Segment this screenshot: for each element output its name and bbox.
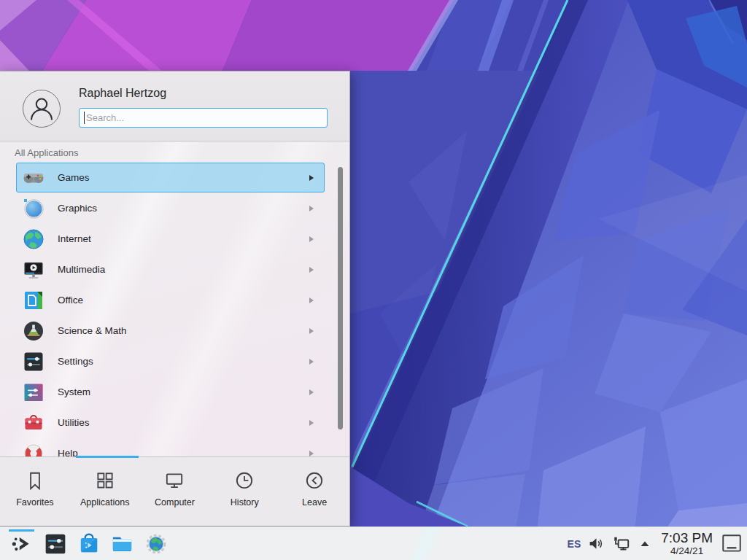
tab-favorites[interactable]: Favorites: [0, 459, 70, 527]
tab-computer[interactable]: Computer: [140, 459, 210, 527]
expand-tray-caret-icon[interactable]: [638, 537, 652, 551]
tab-history[interactable]: History: [209, 459, 279, 527]
search-input[interactable]: [79, 108, 328, 128]
history-clock-icon: [234, 470, 255, 492]
digital-clock[interactable]: 7:03 PM 4/24/21: [661, 531, 713, 556]
app-grid-icon: [95, 470, 115, 492]
bookmark-icon: [25, 470, 45, 492]
category-games[interactable]: Games: [16, 163, 325, 192]
web-browser-launcher[interactable]: [142, 529, 169, 559]
launcher-tabbar: Favorites Applications Computer Histor: [0, 459, 349, 527]
tab-leave[interactable]: Leave: [279, 459, 349, 527]
leave-icon: [304, 470, 325, 492]
computer-icon: [164, 470, 185, 492]
discover-launcher[interactable]: [75, 529, 102, 559]
chevron-right-icon: [309, 389, 314, 395]
launcher-header: Raphael Hertzog: [0, 71, 349, 141]
flask-icon: [22, 319, 45, 343]
panel-translucency-streak: [365, 527, 489, 560]
folder-icon: [110, 532, 134, 556]
media-monitor-icon: [22, 258, 45, 281]
category-help[interactable]: Help: [16, 438, 325, 456]
kde-launcher-icon: [10, 532, 34, 556]
category-science-math[interactable]: Science & Math: [16, 316, 325, 346]
chevron-right-icon: [309, 328, 314, 334]
system-settings-icon: [44, 532, 67, 556]
clock-time: 7:03 PM: [661, 531, 713, 545]
show-desktop-icon: [721, 532, 743, 556]
user-icon: [23, 90, 60, 127]
user-name: Raphael Hertzog: [79, 87, 166, 100]
system-sliders-icon: [22, 381, 45, 404]
tab-applications[interactable]: Applications: [70, 459, 140, 527]
category-settings[interactable]: Settings: [16, 346, 325, 376]
kde-launcher-button[interactable]: [8, 529, 35, 559]
system-settings-launcher[interactable]: [42, 529, 69, 559]
browser-globe-icon: [144, 532, 168, 556]
category-graphics[interactable]: Graphics: [16, 193, 325, 223]
chevron-right-icon: [309, 359, 314, 365]
category-office[interactable]: Office: [16, 285, 325, 315]
toolbox-icon: [22, 411, 45, 435]
document-icon: [22, 289, 45, 312]
keyboard-layout-indicator[interactable]: ES: [568, 538, 581, 550]
chevron-right-icon: [309, 267, 314, 273]
sliders-icon: [22, 350, 45, 373]
category-multimedia[interactable]: Multimedia: [16, 254, 325, 284]
chevron-right-icon: [309, 451, 314, 456]
search-field-wrap: [79, 108, 328, 128]
chevron-right-icon: [309, 420, 314, 426]
chevron-right-icon: [309, 206, 314, 211]
gamepad-icon: [22, 166, 45, 190]
lifebuoy-icon: [22, 442, 45, 457]
category-internet[interactable]: Internet: [16, 224, 325, 254]
category-utilities[interactable]: Utilities: [16, 408, 325, 438]
active-tab-indicator: [76, 456, 139, 458]
taskbar-panel: ES 7:03 PM 4/24/21: [0, 526, 747, 560]
chevron-right-icon: [309, 175, 314, 181]
category-list: All Applications Games: [0, 142, 349, 456]
text-caret: [84, 112, 85, 124]
user-avatar[interactable]: [23, 90, 61, 128]
clock-date: 4/24/21: [670, 546, 703, 556]
volume-icon[interactable]: [587, 534, 605, 553]
discover-icon: [77, 532, 101, 556]
scrollbar[interactable]: [338, 167, 343, 429]
network-icon[interactable]: [612, 534, 631, 553]
divider: [0, 456, 349, 457]
chevron-right-icon: [309, 298, 314, 303]
section-label: All Applications: [15, 147, 78, 158]
globe-icon: [22, 228, 45, 251]
system-tray: ES: [568, 534, 653, 553]
show-desktop-button[interactable]: [720, 532, 743, 556]
active-task-indicator: [9, 529, 34, 532]
category-system[interactable]: System: [16, 377, 325, 407]
chevron-right-icon: [309, 236, 314, 242]
application-launcher-menu: Raphael Hertzog All Applications Games: [0, 71, 350, 526]
sphere-icon: [22, 197, 45, 220]
file-manager-launcher[interactable]: [109, 529, 136, 559]
